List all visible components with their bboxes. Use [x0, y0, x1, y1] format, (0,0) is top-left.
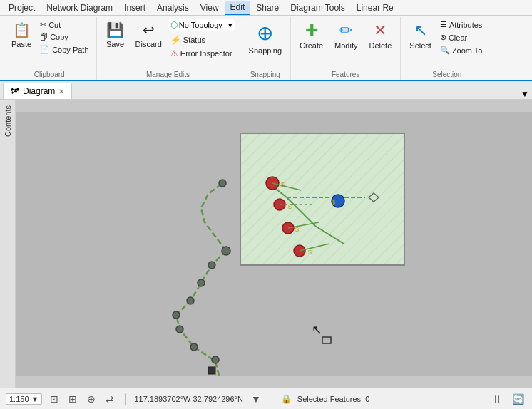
- svg-text:↖: ↖: [312, 323, 322, 337]
- snapping-icon: ⊕: [257, 21, 273, 45]
- fit-to-window-button[interactable]: ⊡: [48, 393, 61, 405]
- ribbon: 📋 Paste ✂ Cut 🗍 Copy 📄 Copy Path Clipboa…: [0, 16, 532, 81]
- select-icon: ↖: [414, 21, 427, 40]
- selection-small-group: ☰ Attributes ⊗ Clear 🔍 Zoom To: [437, 19, 488, 56]
- lock-icon: 🔒: [281, 394, 292, 404]
- zoom-to-button[interactable]: 🔍 Zoom To: [437, 44, 488, 56]
- scale-value: 1:150: [9, 395, 29, 403]
- cut-icon: ✂: [40, 20, 46, 29]
- pause-button[interactable]: ⏸: [490, 393, 504, 405]
- clipboard-group: 📋 Paste ✂ Cut 🗍 Copy 📄 Copy Path Clipboa…: [3, 17, 97, 80]
- clear-icon: ⊗: [440, 33, 446, 42]
- selection-label: Selection: [405, 69, 488, 78]
- svg-text:$: $: [281, 181, 285, 188]
- modify-icon: ✏: [339, 21, 352, 40]
- menu-bar: Project Network Diagram Insert Analysis …: [0, 0, 532, 16]
- error-inspector-button[interactable]: ⚠ Error Inspector: [168, 47, 235, 60]
- manage-edits-label: Manage Edits: [101, 69, 235, 78]
- create-button[interactable]: ✚ Create: [295, 19, 327, 53]
- network-diagram-svg: $ $ $ $ $ ↖: [16, 100, 532, 388]
- features-group: ✚ Create ✏ Modify ✕ Delete Features: [291, 17, 401, 80]
- modify-button[interactable]: ✏ Modify: [330, 19, 362, 53]
- svg-point-2: [208, 262, 215, 269]
- status-button[interactable]: ⚡ Status: [168, 33, 235, 46]
- menu-project[interactable]: Project: [3, 1, 41, 14]
- tab-close-button[interactable]: ✕: [58, 88, 64, 95]
- menu-share[interactable]: Share: [250, 1, 285, 14]
- menu-linear-re[interactable]: Linear Re: [351, 1, 399, 14]
- delete-icon: ✕: [374, 21, 387, 40]
- clear-button[interactable]: ⊗ Clear: [437, 31, 488, 43]
- topology-dropdown[interactable]: ⬡ No Topology ▾: [168, 19, 235, 31]
- copy-button[interactable]: 🗍 Copy: [37, 31, 91, 43]
- create-icon: ✚: [305, 21, 318, 40]
- divider-2: [272, 393, 272, 405]
- clipboard-label: Clipboard: [7, 69, 92, 78]
- svg-text:$: $: [332, 199, 335, 206]
- paste-button[interactable]: 📋 Paste: [7, 19, 36, 51]
- attributes-icon: ☰: [440, 20, 447, 29]
- menu-analysis[interactable]: Analysis: [151, 1, 195, 14]
- select-button[interactable]: ↖ Select: [405, 19, 436, 53]
- diagram-canvas[interactable]: $ $ $ $ $ ↖: [16, 100, 532, 388]
- svg-point-5: [173, 311, 180, 319]
- status-icon: ⚡: [170, 35, 181, 45]
- snapping-label: Snapping: [245, 69, 287, 78]
- scale-selector[interactable]: 1:150 ▼: [6, 393, 42, 405]
- menu-insert[interactable]: Insert: [118, 1, 151, 14]
- svg-rect-9: [208, 367, 215, 374]
- divider-1: [125, 393, 126, 405]
- table-view-button[interactable]: ⊞: [66, 393, 79, 405]
- side-panel: Contents: [0, 100, 16, 388]
- svg-point-10: [219, 180, 226, 187]
- paste-icon: 📋: [13, 21, 31, 38]
- status-bar: 1:150 ▼ ⊡ ⊞ ⊕ ⇄ 117.1893702°W 32.7924296…: [0, 388, 532, 409]
- svg-point-7: [190, 343, 198, 351]
- diagram-tab[interactable]: 🗺 Diagram ✕: [3, 83, 72, 99]
- snapping-group: ⊕ Snapping Snapping: [240, 17, 292, 80]
- svg-text:$: $: [308, 249, 312, 256]
- discard-button[interactable]: ↩ Discard: [131, 19, 166, 51]
- manage-edits-small-group: ⬡ No Topology ▾ ⚡ Status ⚠ Error Inspect…: [168, 19, 235, 60]
- menu-edit[interactable]: Edit: [225, 1, 251, 15]
- copy-path-button[interactable]: 📄 Copy Path: [37, 43, 91, 56]
- delete-button[interactable]: ✕ Delete: [365, 19, 397, 53]
- menu-view[interactable]: View: [195, 1, 225, 14]
- error-inspector-icon: ⚠: [170, 48, 178, 58]
- main-area: Contents: [0, 100, 532, 388]
- tab-bar: 🗺 Diagram ✕ ▼: [0, 81, 532, 100]
- copy-icon: 🗍: [40, 33, 48, 41]
- svg-point-1: [222, 247, 230, 255]
- contents-label[interactable]: Contents: [2, 103, 14, 140]
- copy-path-icon: 📄: [40, 45, 50, 54]
- topology-icon: ⬡: [170, 20, 178, 30]
- map-view-button[interactable]: ⊕: [85, 393, 98, 405]
- tab-label: Diagram: [23, 86, 55, 96]
- manage-edits-group: 💾 Save ↩ Discard ⬡ No Topology ▾ ⚡ Statu…: [97, 17, 240, 80]
- tab-dropdown-arrow[interactable]: ▼: [521, 89, 532, 99]
- nav-button[interactable]: ⇄: [103, 393, 116, 405]
- dropdown-arrow-icon: ▾: [228, 21, 232, 30]
- scale-dropdown-arrow: ▼: [31, 395, 39, 403]
- attributes-button[interactable]: ☰ Attributes: [437, 19, 488, 31]
- clipboard-small-group: ✂ Cut 🗍 Copy 📄 Copy Path: [37, 19, 91, 56]
- features-label: Features: [295, 69, 396, 78]
- coordinates-display: 117.1893702°W 32.7924296°N: [134, 395, 243, 403]
- discard-icon: ↩: [143, 21, 155, 38]
- svg-point-3: [198, 279, 205, 286]
- svg-point-8: [212, 356, 219, 363]
- cut-button[interactable]: ✂ Cut: [37, 19, 91, 31]
- tab-icon: 🗺: [11, 86, 19, 96]
- coordinates-dropdown[interactable]: ▼: [249, 393, 263, 405]
- refresh-button[interactable]: 🔄: [510, 393, 526, 405]
- snapping-button[interactable]: ⊕ Snapping: [245, 19, 287, 58]
- save-button[interactable]: 💾 Save: [101, 19, 130, 51]
- save-icon: 💾: [106, 21, 124, 38]
- menu-network-diagram[interactable]: Network Diagram: [41, 1, 118, 14]
- svg-point-6: [176, 326, 183, 333]
- zoom-to-icon: 🔍: [440, 46, 450, 55]
- selection-group: ↖ Select ☰ Attributes ⊗ Clear 🔍 Zoom To …: [401, 17, 493, 80]
- selected-features-label: Selected Features: 0: [297, 395, 370, 403]
- menu-diagram-tools[interactable]: Diagram Tools: [285, 1, 350, 14]
- svg-point-4: [187, 297, 194, 304]
